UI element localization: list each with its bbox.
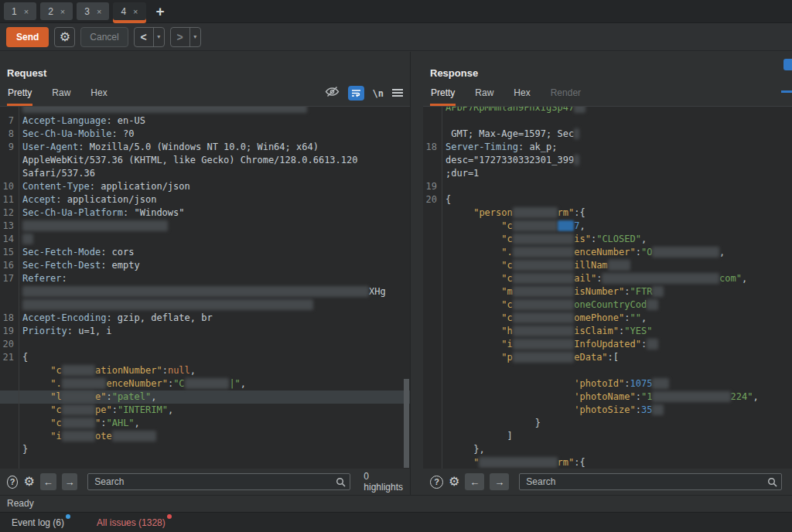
request-panel: Request Pretty Raw Hex [0,52,411,495]
code-line: AppleWebKit/537.36 (KHTML, like Gecko) C… [0,154,410,167]
forward-arrow-icon[interactable]: > [171,28,189,46]
code-line: "i InfoUpdated": [423,338,792,351]
code-line: 20 [0,338,410,351]
close-tab-icon[interactable]: × [133,7,138,16]
repeater-tab-3[interactable]: 3 × [77,2,109,20]
back-arrow-icon[interactable]: < [135,28,153,46]
code-line: AFbP7RpMMmlah9FnxIgSp47 [423,106,792,114]
request-response-split: Request Pretty Raw Hex [0,52,792,495]
response-editor[interactable]: AFbP7RpMMmlah9FnxIgSp47 GMT; Max-Age=159… [423,106,792,469]
code-line: XHg [0,285,410,298]
show-newlines-toggle[interactable]: \n [373,88,384,99]
code-line: "i ote [0,430,410,443]
code-line: }, [423,443,792,456]
response-view-tabs: Pretty Raw Hex Render [423,81,792,106]
repeater-toolbar: Send ⚙ Cancel < ▾ > ▾ [0,23,792,51]
search-prev-button[interactable]: ← [465,473,484,490]
response-panel-title: Response [423,64,792,81]
request-editor[interactable]: 7Accept-Language: en-US8Sec-Ch-Ua-Mobile… [0,106,410,469]
search-settings-icon[interactable]: ⚙ [23,476,34,488]
code-line: 14 [0,233,410,246]
tab-render[interactable]: Render [550,83,582,106]
code-line: ;dur=1 [423,167,792,180]
close-tab-icon[interactable]: × [24,7,29,16]
tab-label: 4 [121,6,126,17]
editor-menu-icon[interactable] [392,87,403,101]
code-line: 20{ [423,193,792,206]
code-line: 15Sec-Fetch-Mode: cors [0,246,410,259]
repeater-tab-1[interactable]: 1 × [4,2,36,20]
code-line: "c ationNumber":null, [0,364,410,377]
inspector-accent-fragment [781,90,792,93]
response-search-bar: ? ⚙ ← → [423,469,792,495]
forward-history-button[interactable]: > ▾ [170,27,201,47]
back-history-button[interactable]: < ▾ [134,27,165,47]
tab-raw[interactable]: Raw [474,83,494,106]
repeater-tab-2[interactable]: 2 × [40,2,73,20]
code-line: 10Content-Type: application/json [0,180,410,193]
cancel-button[interactable]: Cancel [80,27,128,47]
request-scrollbar-thumb[interactable] [404,379,409,468]
code-line: "c ":"AHL", [0,417,410,430]
word-wrap-icon [351,89,361,97]
code-line: } [0,443,410,456]
search-prev-button[interactable]: ← [40,473,56,490]
request-view-tabs: Pretty Raw Hex [0,81,410,106]
search-next-button[interactable]: → [62,473,78,490]
word-wrap-toggle-active[interactable] [348,86,364,101]
code-line: "l e":"patel", [0,390,410,404]
repeater-tab-4-selected[interactable]: 4 × [113,2,145,20]
tab-label: 3 [84,6,90,17]
code-line: 19Priority: u=1, i [0,325,410,338]
search-settings-icon[interactable]: ⚙ [449,476,459,488]
code-line: ". enceNumber":"O , [423,246,792,259]
tab-raw[interactable]: Raw [51,83,71,106]
code-line: 17Referer: [0,272,410,285]
forward-dropdown-icon[interactable]: ▾ [189,28,200,46]
help-icon[interactable]: ? [430,476,443,489]
code-line: } [423,417,792,430]
code-line: 19 [423,180,792,193]
close-tab-icon[interactable]: × [97,7,101,16]
send-button[interactable]: Send [6,27,49,47]
tab-pretty[interactable]: Pretty [7,83,32,106]
tab-hex[interactable]: Hex [513,83,531,106]
close-tab-icon[interactable]: × [60,7,65,16]
help-icon[interactable]: ? [7,476,18,489]
code-line [423,364,792,377]
code-line: "c is":"CLOSED", [423,233,792,246]
status-bar: Ready [0,495,792,512]
code-line: 'photoSize":35 [423,404,792,417]
code-line: Safari/537.36 [0,167,410,180]
code-line: 16Sec-Fetch-Dest: empty [0,259,410,272]
bottom-tab-bar: Event log (6) All issues (1328) [0,512,792,532]
send-settings-button[interactable]: ⚙ [54,27,75,47]
all-issues-tab[interactable]: All issues (1328) [97,517,172,528]
code-line: " rm":{ [423,456,792,469]
code-line: "h isClaim":"YES" [423,325,792,338]
code-line: "m isNumber":"FTR [423,285,792,298]
code-line: 9User-Agent: Mozilla/5.0 (Windows NT 10.… [0,141,410,154]
request-search-input[interactable] [87,473,350,490]
code-line [0,106,410,114]
hide-nonprintable-icon[interactable] [325,86,340,101]
code-line: "c 7, [423,220,792,233]
code-line: 'photoName":"1 224", [423,390,792,404]
code-line: 18Server-Timing: ak_p; [423,141,792,154]
inspector-collapsed-icon[interactable] [783,59,792,70]
request-panel-title: Request [0,64,410,81]
code-line: 13 [0,220,410,233]
back-dropdown-icon[interactable]: ▾ [153,28,164,46]
code-line: "person rm":{ [423,206,792,220]
search-icon [767,476,777,490]
code-line: desc="1727330332301_399 [423,154,792,167]
code-line: 12Sec-Ch-Ua-Platform: "Windows" [0,206,410,220]
new-tab-button[interactable]: + [150,3,171,20]
tab-pretty[interactable]: Pretty [430,83,456,106]
search-next-button[interactable]: → [490,473,509,490]
response-search-input[interactable] [519,473,782,490]
code-line [0,298,410,312]
tab-hex[interactable]: Hex [90,83,108,106]
code-line: ] [423,430,792,443]
event-log-tab[interactable]: Event log (6) [12,517,70,528]
